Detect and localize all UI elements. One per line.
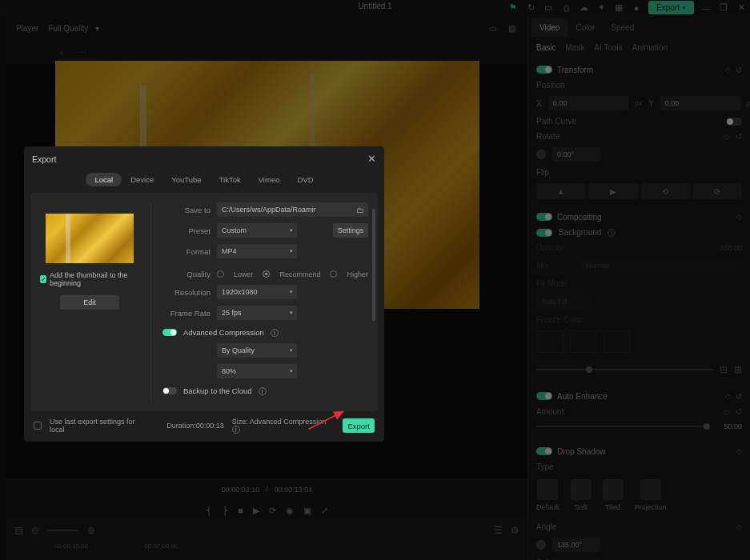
form-scrollbar[interactable] (372, 209, 375, 369)
preset-label: Preset (162, 226, 211, 235)
format-dropdown[interactable]: MP4▾ (217, 244, 297, 258)
edit-button[interactable]: Edit (60, 295, 119, 310)
uselast-checkbox[interactable] (34, 422, 42, 430)
framerate-label: Frame Rate (162, 309, 211, 318)
size-info: Size: Advanced Compression i (232, 418, 335, 434)
thumbnail-preview (46, 214, 134, 263)
format-label: Format (162, 247, 211, 256)
quality-higher-radio[interactable] (330, 270, 337, 278)
export-confirm-button[interactable]: Export (343, 418, 375, 433)
close-icon[interactable]: ✕ (367, 153, 376, 165)
thumbnail-check-label: Add the thumbnail to the beginning (50, 271, 139, 287)
resolution-dropdown[interactable]: 1920x1080▾ (217, 285, 297, 299)
info-icon[interactable]: i (232, 426, 240, 434)
duration-info: Duration:00:00:13 (166, 422, 224, 430)
tab-tiktok[interactable]: TikTok (211, 173, 250, 186)
backup-toggle[interactable] (162, 387, 177, 394)
advcompression-toggle[interactable] (162, 329, 177, 336)
info-icon[interactable]: i (271, 329, 279, 337)
tab-local[interactable]: Local (86, 173, 122, 186)
saveto-input[interactable]: C:/Users/ws/AppData/Roamir🗀 (217, 202, 368, 217)
quality-recommend-radio[interactable] (263, 270, 270, 278)
framerate-dropdown[interactable]: 25 fps▾ (217, 306, 297, 320)
thumbnail-pane: ✓ Add the thumbnail to the beginning Edi… (40, 202, 139, 402)
modal-overlay: Export ✕ Local Device YouTube TikTok Vim… (0, 0, 750, 560)
saveto-label: Save to (162, 206, 211, 214)
uselast-label: Use last export settings for local (50, 418, 150, 434)
backup-label: Backup to the Cloud (183, 386, 252, 395)
folder-icon[interactable]: 🗀 (356, 206, 364, 214)
tab-vimeo[interactable]: Vimeo (250, 173, 289, 186)
preset-dropdown[interactable]: Custom▾ (217, 223, 297, 238)
info-icon[interactable]: i (259, 387, 267, 395)
export-tabs: Local Device YouTube TikTok Vimeo DVD (24, 171, 384, 193)
tab-device[interactable]: Device (122, 173, 162, 186)
quality-label: Quality (162, 270, 211, 278)
tab-dvd[interactable]: DVD (288, 173, 322, 186)
export-dialog: Export ✕ Local Device YouTube TikTok Vim… (24, 146, 384, 442)
quality-lower-radio[interactable] (217, 270, 224, 278)
adv-mode-dropdown[interactable]: By Quality▾ (217, 343, 297, 358)
adv-pct-dropdown[interactable]: 80%▾ (217, 364, 297, 378)
advcompression-label: Advanced Compression (183, 328, 264, 337)
settings-button[interactable]: Settings (333, 223, 368, 238)
thumbnail-checkbox[interactable]: ✓ (40, 275, 46, 283)
resolution-label: Resolution (162, 288, 211, 297)
export-form: Save to C:/Users/ws/AppData/Roamir🗀 Pres… (150, 202, 368, 402)
tab-youtube[interactable]: YouTube (162, 173, 210, 186)
dialog-title: Export (32, 154, 56, 164)
